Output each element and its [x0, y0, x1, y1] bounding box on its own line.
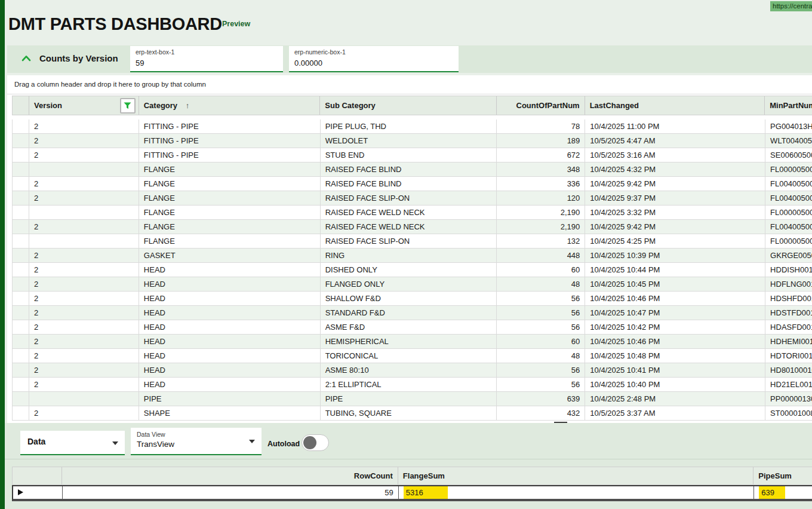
- minpartnum-cell[interactable]: FL0040050015: [765, 191, 812, 205]
- subcategory-cell[interactable]: RAISED FACE WELD NECK: [321, 220, 497, 234]
- subcategory-cell[interactable]: RAISED FACE BLIND: [321, 162, 497, 176]
- category-cell[interactable]: HEAD: [139, 378, 321, 391]
- version-cell[interactable]: 2: [29, 119, 139, 133]
- count-cell[interactable]: 56: [497, 320, 585, 334]
- version-cell[interactable]: 2: [29, 335, 139, 348]
- category-cell[interactable]: HEAD: [139, 277, 321, 291]
- minpartnum-cell[interactable]: PP000001301S: [765, 392, 812, 406]
- count-cell[interactable]: 56: [497, 363, 585, 377]
- minpartnum-cell[interactable]: HD8010001010: [765, 363, 812, 377]
- column-header-minpartnum[interactable]: MinPartNum: [765, 96, 812, 115]
- minpartnum-cell[interactable]: HDSTFD001010: [765, 306, 812, 320]
- version-cell[interactable]: 2: [29, 320, 139, 334]
- category-cell[interactable]: FITTING - PIPE: [139, 148, 321, 162]
- erp-text-box-1-field[interactable]: erp-text-box-1 59: [130, 46, 283, 72]
- count-cell[interactable]: 432: [497, 406, 585, 420]
- column-header-lastchanged[interactable]: LastChanged: [585, 96, 765, 115]
- minpartnum-cell[interactable]: HDSHFD00101: [765, 292, 812, 305]
- subcategory-cell[interactable]: ASME F&D: [321, 320, 497, 334]
- summary-flangesum-cell[interactable]: 5316: [399, 486, 754, 499]
- minpartnum-cell[interactable]: HDTORI001010: [765, 349, 812, 363]
- category-cell[interactable]: FITTING - PIPE: [139, 119, 321, 133]
- category-cell[interactable]: HEAD: [139, 335, 321, 348]
- version-cell[interactable]: [29, 392, 139, 406]
- version-cell[interactable]: 2: [29, 277, 139, 291]
- erp-numeric-box-1-field[interactable]: erp-numeric-box-1 0.00000: [289, 46, 459, 72]
- category-cell[interactable]: HEAD: [139, 292, 321, 305]
- count-cell[interactable]: 78: [497, 119, 585, 133]
- count-cell[interactable]: 336: [497, 177, 585, 191]
- minpartnum-cell[interactable]: HDDISH001018: [765, 263, 812, 277]
- lastchanged-cell[interactable]: 10/5/2025 3:37 AM: [585, 406, 765, 420]
- version-cell[interactable]: [29, 206, 139, 219]
- minpartnum-cell[interactable]: ST000010083: [765, 406, 812, 420]
- lastchanged-cell[interactable]: 10/4/2025 10:46 PM: [585, 335, 765, 348]
- count-cell[interactable]: 120: [497, 191, 585, 205]
- count-cell[interactable]: 48: [497, 277, 585, 291]
- subcategory-cell[interactable]: STANDARD F&D: [321, 306, 497, 320]
- lastchanged-cell[interactable]: 10/4/2025 10:39 PM: [585, 249, 765, 262]
- subcategory-cell[interactable]: TUBING, SQUARE: [321, 406, 497, 420]
- category-cell[interactable]: HEAD: [139, 263, 321, 277]
- minpartnum-cell[interactable]: HD21EL001010: [765, 378, 812, 391]
- category-cell[interactable]: FLANGE: [139, 220, 321, 234]
- subcategory-cell[interactable]: PIPE PLUG, THD: [321, 119, 497, 133]
- subcategory-cell[interactable]: 2:1 ELLIPTICAL: [321, 378, 497, 391]
- lastchanged-cell[interactable]: 10/4/2025 11:00 PM: [585, 119, 765, 133]
- category-cell[interactable]: PIPE: [139, 392, 321, 406]
- category-cell[interactable]: HEAD: [139, 363, 321, 377]
- subcategory-cell[interactable]: DISHED ONLY: [321, 263, 497, 277]
- lastchanged-cell[interactable]: 10/4/2025 10:46 PM: [585, 292, 765, 305]
- subcategory-cell[interactable]: HEMISPHERICAL: [321, 335, 497, 348]
- subcategory-cell[interactable]: TORICONICAL: [321, 349, 497, 363]
- lastchanged-cell[interactable]: 10/4/2025 10:48 PM: [585, 349, 765, 363]
- minpartnum-cell[interactable]: HDASFD001010: [765, 320, 812, 334]
- summary-pipesum-cell[interactable]: 639: [754, 486, 812, 499]
- version-cell[interactable]: 2: [29, 263, 139, 277]
- summary-header-pipesum[interactable]: PipeSum: [753, 467, 812, 485]
- category-cell[interactable]: FLANGE: [139, 234, 321, 248]
- subcategory-cell[interactable]: RING: [321, 249, 497, 262]
- version-cell[interactable]: [29, 162, 139, 176]
- lastchanged-cell[interactable]: 10/4/2025 10:41 PM: [585, 363, 765, 377]
- minpartnum-cell[interactable]: FL0040050015: [765, 177, 812, 191]
- count-cell[interactable]: 60: [497, 263, 585, 277]
- version-cell[interactable]: 2: [29, 406, 139, 420]
- category-cell[interactable]: HEAD: [139, 320, 321, 334]
- version-cell[interactable]: 2: [29, 378, 139, 391]
- count-cell[interactable]: 56: [497, 292, 585, 305]
- lastchanged-cell[interactable]: 10/4/2025 4:32 PM: [585, 162, 765, 176]
- count-cell[interactable]: 2,190: [497, 206, 585, 219]
- minpartnum-cell[interactable]: FL0000050015: [765, 206, 812, 219]
- minpartnum-cell[interactable]: WLT0040050x0: [765, 134, 812, 148]
- category-cell[interactable]: FITTING - PIPE: [139, 134, 321, 148]
- subcategory-cell[interactable]: SHALLOW F&D: [321, 292, 497, 305]
- column-header-countofpartnum[interactable]: CountOfPartNum: [497, 96, 585, 115]
- lastchanged-cell[interactable]: 10/4/2025 10:44 PM: [585, 263, 765, 277]
- lastchanged-cell[interactable]: 10/4/2025 3:32 PM: [585, 206, 765, 219]
- category-cell[interactable]: FLANGE: [139, 206, 321, 219]
- group-by-drop-zone[interactable]: Drag a column header and drop it here to…: [7, 75, 812, 94]
- version-cell[interactable]: 2: [29, 363, 139, 377]
- lastchanged-cell[interactable]: 10/4/2025 10:45 PM: [585, 277, 765, 291]
- column-header-version[interactable]: Version: [29, 96, 139, 115]
- minpartnum-cell[interactable]: FL0000050015: [765, 234, 812, 248]
- lastchanged-cell[interactable]: 10/4/2025 10:47 PM: [585, 306, 765, 320]
- subcategory-cell[interactable]: RAISED FACE SLIP-ON: [321, 234, 497, 248]
- version-cell[interactable]: 2: [29, 292, 139, 305]
- count-cell[interactable]: 56: [497, 306, 585, 320]
- category-cell[interactable]: FLANGE: [139, 162, 321, 176]
- version-cell[interactable]: 2: [29, 148, 139, 162]
- lastchanged-cell[interactable]: 10/4/2025 4:25 PM: [585, 234, 765, 248]
- count-cell[interactable]: 2,190: [497, 220, 585, 234]
- minpartnum-cell[interactable]: SE0060050005: [765, 148, 812, 162]
- subcategory-cell[interactable]: STUB END: [321, 148, 497, 162]
- count-cell[interactable]: 189: [497, 134, 585, 148]
- lastchanged-cell[interactable]: 10/4/2025 10:42 PM: [585, 320, 765, 334]
- count-cell[interactable]: 348: [497, 162, 585, 176]
- minpartnum-cell[interactable]: FL0000050015: [765, 162, 812, 176]
- subcategory-cell[interactable]: RAISED FACE WELD NECK: [321, 206, 497, 219]
- subcategory-cell[interactable]: ASME 80:10: [321, 363, 497, 377]
- version-cell[interactable]: 2: [29, 306, 139, 320]
- category-cell[interactable]: GASKET: [139, 249, 321, 262]
